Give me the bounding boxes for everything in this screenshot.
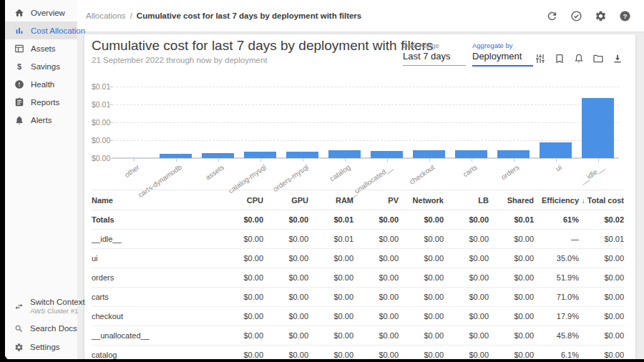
help-button[interactable]: ? (615, 6, 634, 25)
refresh-button[interactable] (542, 6, 561, 25)
bar-orders[interactable] (497, 150, 530, 158)
column-header-ram[interactable]: RAM (308, 190, 353, 210)
cell-name: catalog (92, 346, 218, 360)
column-header-lb[interactable]: LB (444, 190, 489, 210)
aggregate-by-value[interactable]: Deployment (472, 51, 533, 67)
breadcrumb: Allocations / Cumulative cost for last 7… (86, 11, 361, 20)
sidebar-footer-item-switch-context[interactable]: Switch ContextAWS Cluster #1 (5, 293, 77, 319)
bar-assets[interactable] (202, 153, 234, 158)
svg-text:?: ? (623, 12, 627, 19)
bookmark-button[interactable] (554, 53, 565, 64)
column-header-gpu[interactable]: GPU (263, 190, 308, 210)
column-header-cpu[interactable]: CPU (218, 190, 263, 210)
cell-pv: $0.00 (353, 268, 399, 288)
cell-cpu: $0.00 (218, 249, 263, 268)
sidebar-item-assets[interactable]: Assets (5, 39, 77, 57)
table-row-checkout[interactable]: checkout$0.00$0.00$0.00$0.00$0.00$0.00$0… (92, 307, 624, 326)
table-row-orders[interactable]: orders$0.00$0.00$0.00$0.00$0.00$0.00$0.0… (92, 268, 624, 288)
sidebar-footer-item-settings[interactable]: Settings (5, 338, 77, 356)
folder-icon (592, 53, 604, 64)
bar-ui[interactable] (540, 142, 572, 158)
cell-ram: $0.00 (308, 268, 353, 288)
cell-shared: $0.00 (489, 288, 534, 307)
sidebar-footer-item-search-docs[interactable]: Search Docs (5, 319, 77, 338)
download-button[interactable] (612, 53, 623, 64)
column-header-label: Network (413, 196, 444, 205)
column-header-name[interactable]: Name (92, 190, 218, 210)
check-circle-button[interactable] (567, 6, 585, 25)
search-icon (14, 324, 24, 333)
cell-network: $0.00 (399, 288, 444, 307)
cell-efficiency: 35.0% (534, 249, 579, 268)
column-header-shared[interactable]: Shared (489, 190, 534, 210)
sidebar-item-health[interactable]: Health (5, 75, 77, 93)
gear-button[interactable] (591, 6, 610, 25)
aggregate-by-label: Aggregate by (472, 41, 533, 49)
tune-button[interactable] (535, 53, 546, 64)
column-header-pv[interactable]: PV (353, 190, 399, 210)
breadcrumb-parent-link[interactable]: Allocations (86, 11, 126, 20)
chart-x-label-ui: ui (554, 163, 563, 172)
chart-gridline (112, 104, 619, 105)
cell-total-cost: $0.00 (579, 326, 624, 346)
cell-efficiency: 6.1% (534, 346, 579, 360)
cell-shared: $0.01 (489, 210, 534, 230)
cell-cpu: $0.00 (218, 346, 263, 360)
page-title: Cumulative cost for last 7 days by deplo… (92, 38, 433, 54)
table-header-row: NameCPUGPURAMPVNetworkLBSharedEfficiency… (92, 190, 624, 210)
table-row-ui[interactable]: ui$0.00$0.00$0.00$0.00$0.00$0.00$0.0035.… (92, 249, 624, 268)
bar-__unallocated__[interactable] (371, 151, 403, 158)
cell-efficiency: 17.9% (534, 307, 579, 326)
table-row-__idle__[interactable]: __idle__$0.00$0.00$0.01$0.00$0.00$0.00$0… (92, 230, 624, 249)
bar-catalog-mysql[interactable] (244, 152, 276, 158)
table-row-carts[interactable]: carts$0.00$0.00$0.00$0.00$0.00$0.00$0.00… (92, 288, 624, 307)
chart-x-label-__idle__: __idle__ (578, 163, 605, 185)
sidebar-item-cost-allocation[interactable]: Cost Allocation (5, 21, 77, 39)
folder-button[interactable] (592, 53, 604, 64)
cell-shared: $0.00 (489, 326, 534, 346)
cell-ram: $0.00 (308, 307, 353, 326)
aggregate-by-select[interactable]: Aggregate by Deployment (472, 41, 533, 67)
bar-checkout[interactable] (413, 150, 445, 158)
date-range-select[interactable]: Date Range Last 7 days (403, 41, 466, 66)
bar-orders-mysql[interactable] (286, 152, 318, 158)
cell-cpu: $0.00 (218, 268, 263, 288)
cell-efficiency: 71.0% (534, 288, 579, 307)
swap-icon (14, 302, 24, 311)
bar-carts-dynamodb[interactable] (160, 154, 192, 158)
cell-network: $0.00 (399, 326, 444, 346)
bar-__idle__[interactable] (582, 98, 614, 158)
column-header-label: Efficiency (542, 196, 579, 205)
cost-bar-chart: $0.01$0.01$0.00$0.00$0.00othercarts-dyna… (92, 79, 628, 186)
table-row-__unallocated__[interactable]: __unallocated__$0.00$0.00$0.00$0.00$0.00… (92, 326, 624, 346)
sidebar-item-savings[interactable]: $Savings (5, 57, 77, 75)
table-row-totals[interactable]: Totals$0.00$0.00$0.01$0.00$0.00$0.00$0.0… (92, 210, 624, 230)
mouse-cursor (0, 345, 11, 362)
bar-other[interactable] (117, 157, 150, 158)
bar-catalog[interactable] (328, 150, 361, 158)
column-header-efficiency[interactable]: Efficiency (534, 190, 579, 210)
sidebar-item-overview[interactable]: Overview (5, 4, 77, 21)
table-row-catalog[interactable]: catalog$0.00$0.00$0.00$0.00$0.00$0.00$0.… (92, 346, 624, 360)
cell-shared: $0.00 (489, 346, 534, 360)
bar-carts[interactable] (455, 150, 487, 158)
chart-y-tick-label: $0.00 (92, 154, 109, 162)
cell-lb: $0.00 (444, 249, 489, 268)
chart-x-label-checkout: checkout (409, 163, 436, 186)
chart-x-tick-mark (472, 159, 472, 162)
cell-gpu: $0.00 (263, 326, 308, 346)
column-header-label: PV (388, 196, 399, 205)
bell-outline-icon (573, 53, 585, 64)
column-header-total-cost[interactable]: ↓Total cost (579, 190, 624, 210)
column-header-network[interactable]: Network (399, 190, 444, 210)
sidebar-item-reports[interactable]: Reports (5, 93, 77, 111)
cell-gpu: $0.00 (263, 346, 308, 360)
date-range-value[interactable]: Last 7 days (403, 51, 466, 66)
cell-ram: $0.00 (308, 288, 353, 307)
bell-outline-button[interactable] (573, 53, 585, 64)
sidebar-item-alerts[interactable]: Alerts (5, 111, 77, 129)
chart-x-label-assets: assets (204, 163, 225, 182)
cell-total-cost: $0.01 (579, 230, 624, 249)
column-header-label: Total cost (587, 196, 624, 205)
cell-network: $0.00 (399, 346, 444, 360)
